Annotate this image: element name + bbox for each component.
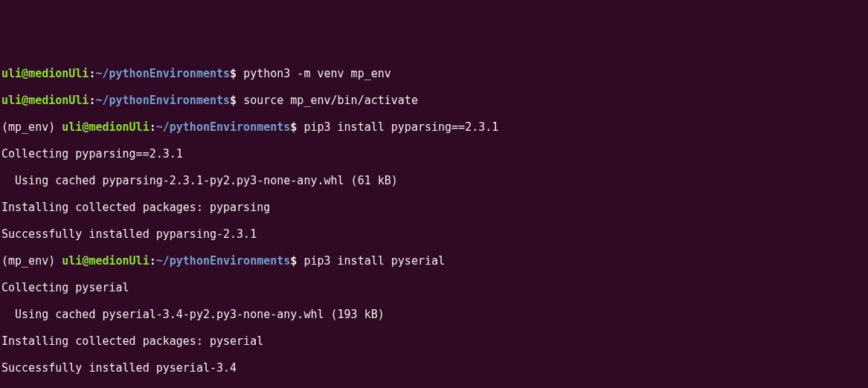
command: python3 -m venv mp_env	[243, 67, 391, 80]
output-line: Installing collected packages: pyparsing	[1, 201, 867, 214]
output-line: Using cached pyserial-3.4-py2.py3-none-a…	[1, 308, 867, 321]
hostname: medionUli	[89, 254, 149, 268]
prompt-line: uli@medionUli:~/pythonEnvironments$ pyth…	[1, 67, 867, 80]
command: pip3 install pyparsing==2.3.1	[303, 120, 498, 134]
path: ~/pythonEnvironments	[95, 94, 230, 107]
at-sign: @	[22, 67, 28, 80]
path: ~/pythonEnvironments	[95, 67, 230, 80]
output-line: Collecting pyparsing==2.3.1	[1, 147, 867, 161]
prompt-line: uli@medionUli:~/pythonEnvironments$ sour…	[1, 94, 867, 107]
command: source mp_env/bin/activate	[243, 94, 418, 107]
output-line: Successfully installed pyparsing-2.3.1	[1, 227, 867, 241]
output-line: Successfully installed pyserial-3.4	[1, 361, 867, 375]
prompt-line: (mp_env) uli@medionUli:~/pythonEnvironme…	[1, 254, 867, 268]
at-sign: @	[22, 94, 28, 107]
space	[55, 254, 62, 268]
hostname: medionUli	[28, 94, 89, 107]
hostname: medionUli	[89, 120, 149, 134]
hostname: medionUli	[28, 67, 89, 80]
colon: :	[150, 120, 156, 134]
terminal-window[interactable]: uli@medionUli:~/pythonEnvironments$ pyth…	[0, 54, 868, 388]
dollar: $	[230, 67, 243, 80]
colon: :	[150, 254, 156, 268]
prompt-line: (mp_env) uli@medionUli:~/pythonEnvironme…	[1, 120, 867, 134]
venv-prefix: (mp_env)	[1, 254, 55, 268]
output-line: Using cached pyparsing-2.3.1-py2.py3-non…	[1, 174, 867, 187]
user: uli	[1, 94, 22, 107]
dollar: $	[290, 120, 303, 134]
output-line: Collecting pyserial	[1, 281, 867, 294]
dollar: $	[290, 254, 303, 268]
venv-prefix: (mp_env)	[1, 120, 55, 134]
path: ~/pythonEnvironments	[156, 254, 291, 268]
user: uli	[62, 254, 82, 268]
path: ~/pythonEnvironments	[156, 120, 291, 134]
command: pip3 install pyserial	[303, 254, 445, 268]
dollar: $	[230, 94, 243, 107]
user: uli	[62, 120, 82, 134]
space	[55, 120, 62, 134]
output-line: Installing collected packages: pyserial	[1, 334, 867, 348]
user: uli	[1, 67, 22, 80]
